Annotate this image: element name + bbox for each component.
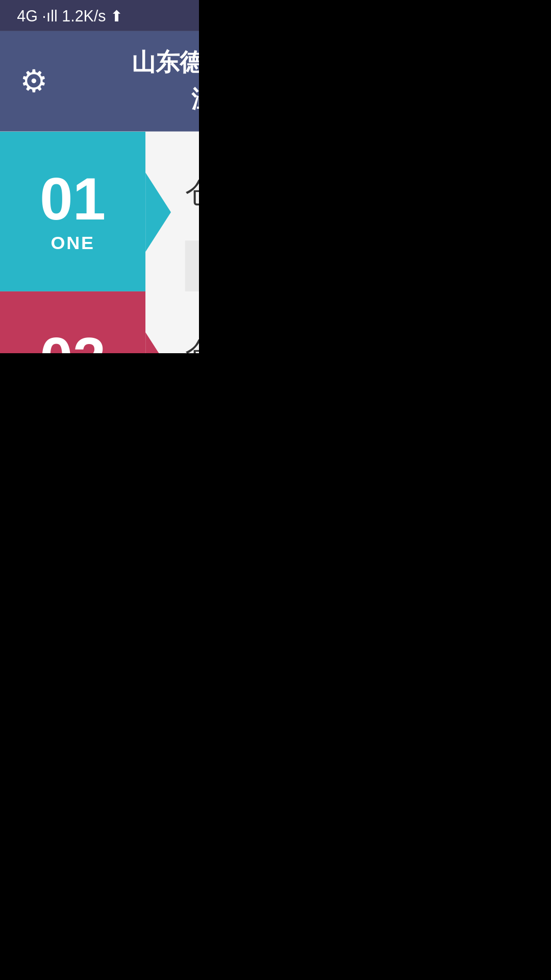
menu-item-01[interactable]: 01 ONE 仓储实时数据 📊 [0, 132, 199, 291]
menu-label-01: 仓储实时数据 [185, 174, 199, 212]
signal-text: 4G ·ıll 1.2K/s ⬆ [17, 6, 123, 24]
menu-num-big-02: 02 [40, 329, 106, 353]
menu-number-02: 02 TWO [0, 291, 145, 353]
header-title: 山东德州扒鸡股份有限公司 温湿度监测系统 [132, 45, 199, 117]
menu-content-top-02: 仓储报警记录 🔔 [185, 291, 199, 353]
app-wrapper: 4G ·ıll 1.2K/s ⬆ 16:32 74% 🔋 ⚙ 山东德州扒鸡股份有… [0, 0, 199, 353]
status-left: 4G ·ıll 1.2K/s ⬆ [17, 6, 123, 24]
menu-label-02: 仓储报警记录 [185, 333, 199, 353]
menu-item-02[interactable]: 02 TWO 仓储报警记录 🔔 [0, 291, 199, 353]
status-bar: 4G ·ıll 1.2K/s ⬆ 16:32 74% 🔋 [0, 0, 199, 31]
settings-icon[interactable]: ⚙ [20, 63, 48, 100]
menu-list: 01 ONE 仓储实时数据 📊 02 TWO 仓储报警记录 🔔 [0, 132, 199, 353]
menu-bottom-01 [185, 240, 199, 291]
menu-num-word-01: ONE [51, 232, 94, 253]
menu-number-01: 01 ONE [0, 132, 145, 291]
menu-num-big-01: 01 [40, 169, 106, 229]
app-header: ⚙ 山东德州扒鸡股份有限公司 温湿度监测系统 ▾ [0, 31, 199, 132]
menu-content-top-01: 仓储实时数据 📊 [185, 132, 199, 240]
